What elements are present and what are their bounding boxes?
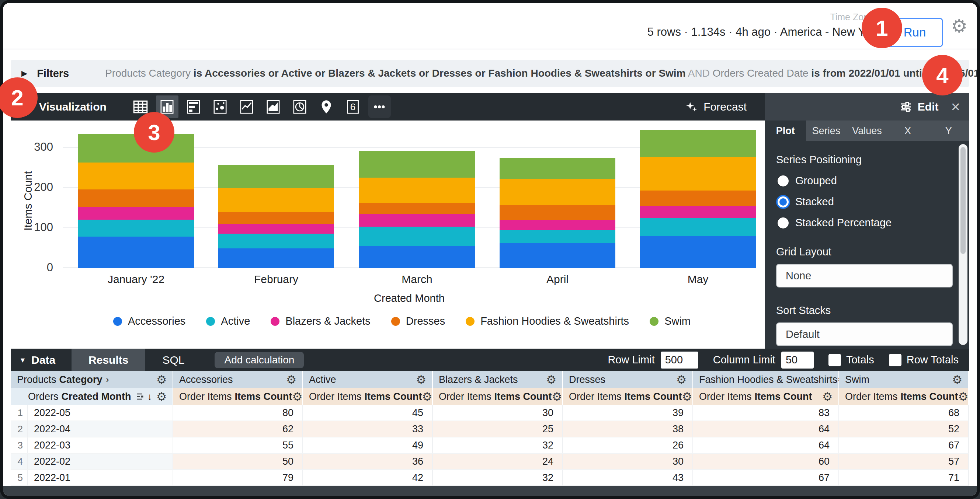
- edit-tab-values[interactable]: Values: [846, 121, 888, 141]
- gear-icon[interactable]: ⚙: [822, 391, 832, 402]
- legend-item[interactable]: Dresses: [391, 315, 445, 327]
- grid-layout-select[interactable]: None: [776, 264, 953, 288]
- cell-value[interactable]: 33: [303, 421, 433, 437]
- cell-value[interactable]: 32: [433, 470, 563, 486]
- bar-segment[interactable]: [500, 158, 616, 179]
- bar-segment[interactable]: [218, 248, 334, 269]
- bar-segment[interactable]: [218, 188, 334, 212]
- subheader-items-count[interactable]: Order ItemsItems Count⚙: [839, 388, 969, 405]
- stacked-bar-april[interactable]: [500, 158, 616, 268]
- edit-tab-plot[interactable]: Plot: [765, 121, 806, 141]
- add-calculation-button[interactable]: Add calculation: [215, 352, 304, 368]
- cell-month[interactable]: 2022-02: [28, 454, 173, 470]
- cell-value[interactable]: 60: [693, 454, 839, 470]
- legend-item[interactable]: Active: [206, 315, 250, 327]
- cell-value[interactable]: 50: [173, 454, 303, 470]
- bar-segment[interactable]: [359, 246, 475, 268]
- gear-icon[interactable]: ⚙: [952, 374, 962, 386]
- gear-icon[interactable]: ⚙: [156, 374, 167, 386]
- cell-value[interactable]: 25: [433, 421, 563, 437]
- line-viz-icon[interactable]: [235, 95, 258, 118]
- bar-segment[interactable]: [218, 212, 334, 224]
- cell-value[interactable]: 57: [839, 454, 969, 470]
- radio-grouped[interactable]: Grouped: [778, 175, 953, 187]
- column-header-blazers-jackets[interactable]: Blazers & Jackets⚙: [433, 371, 563, 388]
- subheader-orders-created-month[interactable]: OrdersCreated Month↓⚙: [11, 388, 173, 405]
- more-viz-icon[interactable]: [368, 95, 391, 118]
- bar-segment[interactable]: [78, 207, 194, 220]
- radio-stacked[interactable]: Stacked: [778, 196, 953, 208]
- legend-item[interactable]: Fashion Hoodies & Sweatshirts: [466, 315, 629, 327]
- cell-value[interactable]: 26: [563, 437, 693, 454]
- stacked-bar-chart[interactable]: Items Count Created Month AccessoriesAct…: [11, 121, 765, 349]
- bar-segment[interactable]: [640, 191, 756, 207]
- cell-value[interactable]: 52: [839, 421, 969, 437]
- cell-value[interactable]: 67: [839, 437, 969, 454]
- cell-value[interactable]: 55: [173, 437, 303, 454]
- subheader-items-count[interactable]: Order ItemsItems Count⚙: [693, 388, 839, 405]
- bar-segment[interactable]: [640, 236, 756, 268]
- bar-segment[interactable]: [640, 130, 756, 157]
- row-limit-input[interactable]: [661, 351, 698, 369]
- bar-segment[interactable]: [500, 243, 616, 268]
- column-header-accessories[interactable]: Accessories⚙: [173, 371, 303, 388]
- radio-icon[interactable]: [778, 196, 789, 208]
- close-icon[interactable]: ×: [951, 99, 960, 114]
- area-viz-icon[interactable]: [262, 95, 285, 118]
- timezone-selector[interactable]: Time Zone▾: [648, 12, 880, 22]
- cell-value[interactable]: 39: [563, 405, 693, 421]
- gear-icon[interactable]: ⚙: [682, 391, 692, 402]
- cell-value[interactable]: 45: [303, 405, 433, 421]
- bar-segment[interactable]: [359, 227, 475, 246]
- bar-segment[interactable]: [78, 189, 194, 207]
- tab-sql[interactable]: SQL: [145, 349, 201, 371]
- column-header-fashion-hoodies-sweatshirts[interactable]: Fashion Hoodies & Sweatshirts⚙: [693, 371, 839, 388]
- legend-item[interactable]: Accessories: [113, 315, 185, 327]
- bar-segment[interactable]: [78, 162, 194, 189]
- cell-value[interactable]: 49: [303, 437, 433, 454]
- bar-segment[interactable]: [359, 178, 475, 203]
- stacked-bar-january-22[interactable]: [78, 134, 194, 268]
- bar-segment[interactable]: [218, 165, 334, 188]
- cell-value[interactable]: 68: [839, 405, 969, 421]
- bar-segment[interactable]: [359, 151, 475, 178]
- edit-tab-y[interactable]: Y: [928, 121, 969, 141]
- scatter-viz-icon[interactable]: [209, 95, 232, 118]
- gear-icon[interactable]: ⚙: [552, 391, 562, 402]
- subheader-items-count[interactable]: Order ItemsItems Count⚙: [173, 388, 303, 405]
- edit-tab-x[interactable]: X: [888, 121, 928, 141]
- bar-segment[interactable]: [218, 234, 334, 248]
- column-header-dresses[interactable]: Dresses⚙: [563, 371, 693, 388]
- cell-value[interactable]: 36: [303, 454, 433, 470]
- cell-value[interactable]: 43: [563, 470, 693, 486]
- scrollbar-thumb[interactable]: [961, 147, 966, 254]
- cell-value[interactable]: 32: [433, 437, 563, 454]
- tab-results[interactable]: Results: [72, 349, 145, 371]
- legend-item[interactable]: Blazers & Jackets: [270, 315, 370, 327]
- caret-down-icon[interactable]: ▾: [21, 355, 25, 365]
- gear-icon[interactable]: ⚙: [156, 391, 167, 402]
- cell-value[interactable]: 38: [563, 421, 693, 437]
- cell-month[interactable]: 2022-03: [28, 437, 173, 454]
- bar-segment[interactable]: [500, 179, 616, 205]
- cell-month[interactable]: 2022-04: [28, 421, 173, 437]
- bar-segment[interactable]: [500, 220, 616, 230]
- cell-value[interactable]: 71: [839, 470, 969, 486]
- gear-icon[interactable]: ⚙: [546, 374, 556, 386]
- filters-bar[interactable]: ▶ Filters Products Category is Accessori…: [11, 60, 969, 87]
- row-viz-icon[interactable]: [183, 95, 205, 118]
- bar-segment[interactable]: [640, 157, 756, 191]
- legend-item[interactable]: Swim: [650, 315, 690, 327]
- cell-value[interactable]: 30: [433, 405, 563, 421]
- subheader-items-count[interactable]: Order ItemsItems Count⚙: [303, 388, 433, 405]
- gear-icon[interactable]: ⚙: [422, 391, 433, 402]
- edit-tab-series[interactable]: Series: [806, 121, 847, 141]
- bar-segment[interactable]: [78, 220, 194, 237]
- sort-stacks-select[interactable]: Default: [776, 323, 953, 346]
- gear-icon[interactable]: ⚙: [416, 374, 426, 386]
- bar-segment[interactable]: [218, 224, 334, 234]
- subheader-items-count[interactable]: Order ItemsItems Count⚙: [433, 388, 563, 405]
- totals-checkbox[interactable]: [829, 354, 841, 366]
- gear-icon[interactable]: ⚙: [293, 391, 303, 402]
- bar-segment[interactable]: [359, 214, 475, 227]
